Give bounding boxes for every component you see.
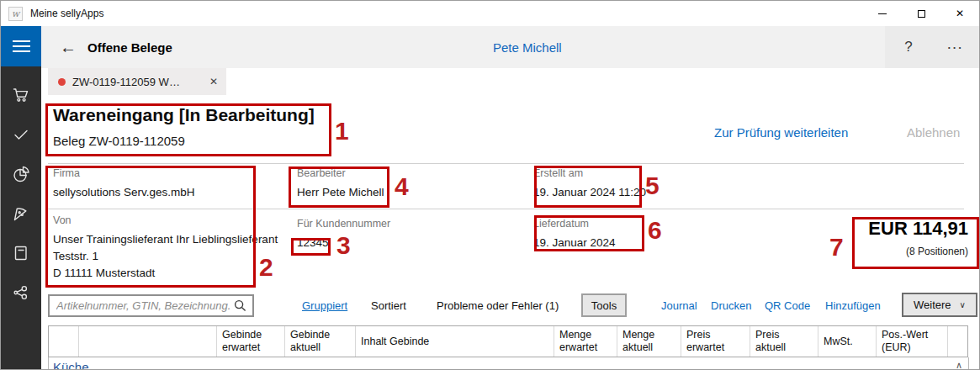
- divider: [48, 163, 964, 164]
- weitere-dropdown-button[interactable]: Weitere ∨: [902, 293, 977, 317]
- close-icon: ✕: [956, 8, 964, 19]
- sidebar-nav: [1, 66, 41, 312]
- forward-for-review-button[interactable]: Zur Prüfung weiterleiten: [714, 125, 848, 140]
- window-title: Meine sellyApps: [30, 8, 103, 19]
- tab-bar: ZW-0119-112059 W… ✕: [41, 68, 979, 95]
- annotation-number-2: 2: [259, 255, 273, 280]
- cart-icon: [11, 85, 31, 105]
- column-header: [49, 326, 79, 357]
- annotation-number-4: 4: [395, 174, 409, 199]
- sidebar: [1, 26, 41, 370]
- app-header: ← Offene Belege Pete Michell ? ···: [41, 26, 979, 68]
- help-button[interactable]: ?: [885, 26, 932, 68]
- column-header-pos-wert: Pos.-Wert (EUR): [877, 326, 948, 357]
- link-journal[interactable]: Journal: [661, 299, 697, 312]
- search-button[interactable]: [234, 299, 252, 312]
- tab-label: ZW-0119-112059 W…: [72, 76, 204, 88]
- pie-chart-icon: [11, 164, 31, 184]
- weitere-label: Weitere: [914, 299, 951, 311]
- tools-button[interactable]: Tools: [581, 293, 627, 317]
- column-header-preis-erwartet: Preis erwartet: [681, 326, 750, 357]
- annotation-box-2: [45, 166, 256, 288]
- minimize-button[interactable]: [863, 1, 902, 26]
- positions-table-header: Gebinde erwartet Gebinde aktuell Inhalt …: [48, 325, 968, 357]
- link-probleme-oder-fehler[interactable]: Probleme oder Fehler (1): [437, 299, 559, 312]
- column-header: [79, 326, 217, 357]
- title-bar: w Meine sellyApps ✕: [1, 1, 979, 26]
- annotation-box-5: [534, 166, 642, 208]
- annotation-number-6: 6: [648, 218, 662, 243]
- annotation-number-5: 5: [645, 173, 660, 198]
- sidebar-item-pie-chart[interactable]: [1, 154, 41, 193]
- column-header-preis-aktuell: Preis aktuell: [750, 326, 818, 357]
- annotation-box-4: [289, 166, 389, 208]
- column-header-menge-erwartet: Menge erwartet: [554, 326, 617, 357]
- link-qr-code[interactable]: QR Code: [765, 299, 810, 312]
- annotation-number-1: 1: [335, 119, 349, 144]
- share-icon: [11, 283, 31, 303]
- link-drucken[interactable]: Drucken: [711, 299, 751, 312]
- table-border: [48, 357, 49, 370]
- app-logo-icon: w: [8, 7, 23, 21]
- annotation-number-3: 3: [336, 233, 351, 258]
- article-search: [48, 294, 254, 317]
- hamburger-menu-button[interactable]: [1, 26, 41, 66]
- chevron-down-icon: ∨: [960, 300, 966, 309]
- close-button[interactable]: ✕: [940, 1, 979, 26]
- scrollbar-track: [968, 357, 969, 370]
- search-icon: [234, 299, 246, 312]
- annotation-box-1: [45, 103, 331, 156]
- pizza-slice-icon: [11, 204, 31, 224]
- user-name[interactable]: Pete Michell: [493, 26, 562, 68]
- column-header-gebinde-aktuell: Gebinde aktuell: [285, 326, 356, 357]
- annotation-number-7: 7: [829, 235, 844, 260]
- annotation-box-6: [534, 215, 644, 251]
- window-controls: ✕: [863, 1, 979, 26]
- tab-document[interactable]: ZW-0119-112059 W… ✕: [48, 68, 226, 95]
- search-input[interactable]: [50, 299, 234, 312]
- column-header-inhalt-gebinde: Inhalt Gebinde: [356, 326, 554, 357]
- group-row-kueche[interactable]: Küche: [53, 360, 89, 370]
- more-options-button[interactable]: ···: [932, 26, 979, 68]
- back-button[interactable]: ←: [50, 26, 87, 68]
- annotation-box-3: [291, 238, 331, 256]
- maximize-icon: [918, 10, 925, 18]
- scrollbar-up-button[interactable]: ∧: [951, 358, 967, 370]
- sidebar-item-check[interactable]: [1, 114, 41, 154]
- reject-button[interactable]: Ablehnen: [907, 125, 960, 140]
- column-header-mwst: MwSt.: [818, 326, 877, 357]
- minimize-icon: [878, 13, 887, 14]
- sidebar-item-share[interactable]: [1, 272, 41, 312]
- column-header: [948, 326, 967, 357]
- column-header-gebinde-erwartet: Gebinde erwartet: [217, 326, 285, 357]
- link-gruppiert[interactable]: Gruppiert: [302, 299, 347, 312]
- field-label: Für Kundennummer: [297, 218, 390, 230]
- page-title: Offene Belege: [87, 26, 172, 68]
- unsaved-dot-icon: [58, 78, 66, 86]
- book-icon: [11, 243, 31, 263]
- link-hinzufuegen[interactable]: Hinzufügen: [825, 299, 881, 312]
- column-header-menge-aktuell: Menge aktuell: [617, 326, 681, 357]
- check-icon: [11, 124, 31, 145]
- app-window: w Meine sellyApps ✕: [0, 0, 980, 370]
- tab-close-button[interactable]: ✕: [204, 76, 218, 87]
- maximize-button[interactable]: [902, 1, 940, 26]
- link-sortiert[interactable]: Sortiert: [371, 299, 406, 312]
- sidebar-item-book[interactable]: [1, 233, 41, 272]
- annotation-box-7: [852, 217, 979, 269]
- sidebar-item-cart[interactable]: [1, 75, 41, 114]
- sidebar-item-pizza[interactable]: [1, 193, 41, 233]
- hamburger-icon: [13, 40, 30, 42]
